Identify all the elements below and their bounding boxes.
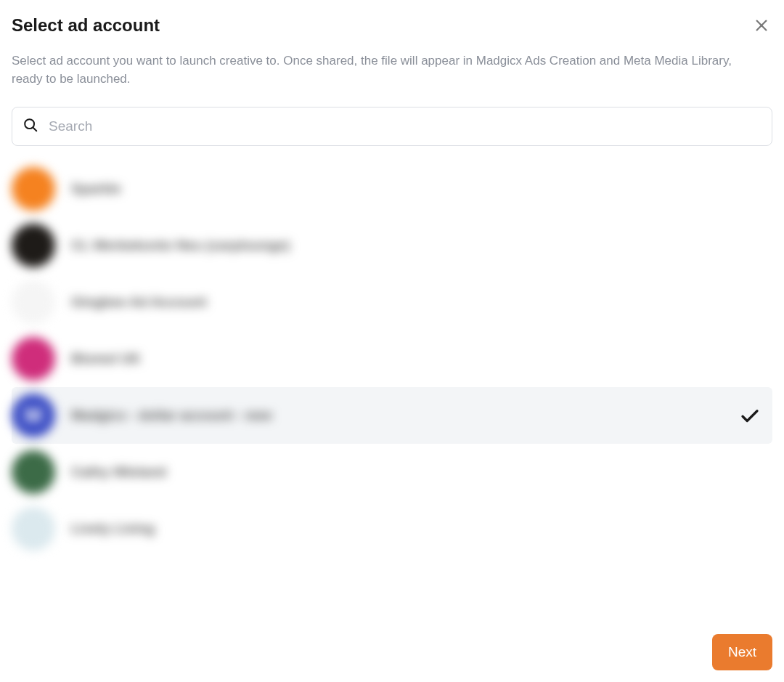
svg-line-3 — [33, 128, 37, 131]
modal-title: Select ad account — [12, 15, 160, 36]
search-input[interactable] — [49, 118, 761, 134]
account-item[interactable]: Blomel UK — [12, 330, 772, 387]
account-item[interactable]: Gingbee Ad Account — [12, 274, 772, 330]
account-avatar — [12, 507, 55, 551]
account-item[interactable]: MMadgicx - dollar account - new — [12, 387, 772, 444]
account-name: Gingbee Ad Account — [71, 294, 765, 310]
account-item[interactable]: Lively Living — [12, 500, 772, 557]
next-button[interactable]: Next — [712, 634, 772, 670]
search-icon — [23, 117, 38, 136]
account-avatar — [12, 450, 55, 494]
account-name: Cathy Wieland — [71, 464, 765, 480]
account-avatar — [12, 280, 55, 324]
modal-header: Select ad account — [12, 12, 772, 52]
search-box[interactable] — [12, 107, 772, 146]
account-avatar: M — [12, 394, 55, 437]
close-button[interactable] — [751, 15, 772, 36]
account-item[interactable]: Sparkle — [12, 161, 772, 217]
account-list: SparkleCL Werbekonto Neu (carplounge)Gin… — [12, 161, 772, 557]
account-item[interactable]: CL Werbekonto Neu (carplounge) — [12, 217, 772, 274]
account-avatar — [12, 337, 55, 381]
check-icon — [739, 405, 761, 426]
account-name: Blomel UK — [71, 351, 765, 367]
account-name: CL Werbekonto Neu (carplounge) — [71, 238, 765, 253]
close-icon — [754, 17, 769, 33]
account-name: Lively Living — [71, 521, 765, 537]
account-name: Sparkle — [71, 181, 765, 197]
account-avatar — [12, 167, 55, 211]
account-avatar — [12, 224, 55, 267]
modal-description: Select ad account you want to launch cre… — [12, 52, 752, 88]
account-name: Madgicx - dollar account - new — [71, 407, 739, 423]
account-item[interactable]: Cathy Wieland — [12, 444, 772, 500]
